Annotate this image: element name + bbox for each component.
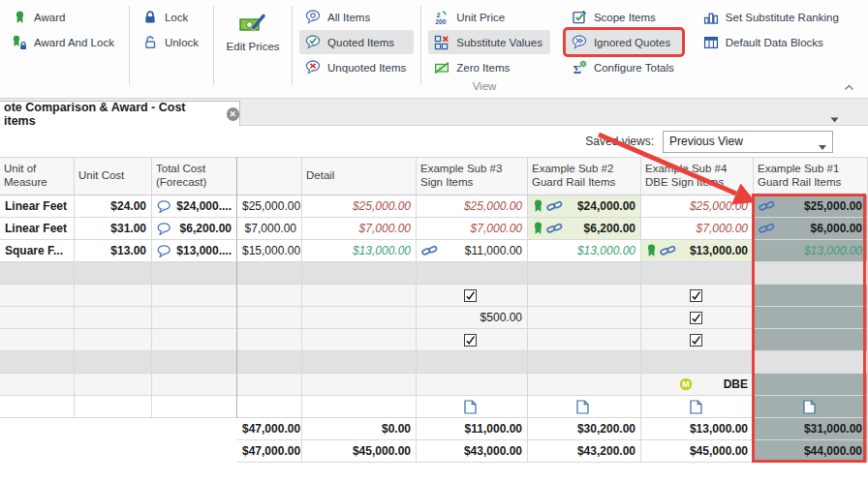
grid-cell-example-sub-1[interactable]: $31,000.00: [754, 418, 868, 440]
ribbon-item-quoted-items[interactable]: Quoted Items: [299, 30, 414, 54]
ribbon-item-label: Lock: [165, 12, 188, 23]
tab-close-icon[interactable]: ✕: [227, 107, 239, 121]
grid-cell-example-sub-3[interactable]: $500.00: [417, 307, 528, 329]
ribbon-item-label: Configure Totals: [594, 62, 674, 74]
grid-cell-example-sub-3[interactable]: $11,000.00: [417, 240, 528, 262]
grid-cell-example-sub-4[interactable]: [641, 329, 754, 351]
ribbon-item-unit-price[interactable]: 2200Unit Price: [428, 5, 550, 29]
column-header-total-cost-forecast[interactable]: Total Cost (Forecast): [152, 157, 237, 196]
grid-cell-example-sub-1[interactable]: [754, 396, 868, 418]
grid-cell-unit-cost[interactable]: $24.00: [75, 196, 152, 218]
grid-cell-example-sub-3[interactable]: $43,000.00: [417, 440, 528, 463]
grid-cell-example-sub-2[interactable]: $24,000.00: [528, 196, 641, 218]
ribbon-item-ignored-quotes[interactable]: Ignored Quotes: [566, 30, 682, 54]
ribbon-item-substitute-values[interactable]: Substitute Values: [428, 30, 550, 54]
grid-cell-unit-cost[interactable]: $31.00: [75, 218, 152, 240]
saved-views-dropdown[interactable]: Previous View: [663, 131, 833, 153]
grid-cell-example-sub-4[interactable]: MDBE: [641, 374, 754, 396]
tab-list-dropdown-icon[interactable]: [830, 109, 839, 127]
grid-cell-example-sub-1[interactable]: [754, 374, 868, 396]
grid-cell-blank[interactable]: $25,000.00: [237, 196, 302, 218]
grid-cell-unit-of-measure[interactable]: Linear Feet: [0, 196, 75, 218]
grid-cell-example-sub-2: [528, 351, 641, 374]
grid-cell-example-sub-4[interactable]: $25,000.00: [641, 196, 754, 218]
ribbon-item-scope-items[interactable]: Scope Items: [566, 5, 682, 29]
ribbon-item-label: Unit Price: [456, 12, 505, 23]
grid-cell-total-cost-forecast[interactable]: $6,200.00: [152, 218, 237, 240]
ribbon-item-unlock[interactable]: Unlock: [137, 30, 206, 54]
grid-cell-example-sub-3[interactable]: [417, 285, 528, 307]
checkbox[interactable]: [464, 289, 477, 302]
column-header-example-sub-3[interactable]: Example Sub #3 Sign Items: [417, 157, 528, 196]
column-header-unit-of-measure[interactable]: Unit of Measure: [0, 157, 75, 196]
grid-row: [0, 285, 868, 307]
grid-header-row: Unit of MeasureUnit CostTotal Cost (Fore…: [0, 157, 868, 196]
column-header-blank[interactable]: [237, 157, 302, 196]
checkbox[interactable]: [464, 334, 477, 346]
grid-cell-blank[interactable]: $15,000.00: [237, 240, 302, 262]
tab-quote-comparison[interactable]: ote Comparison & Award - Cost items ✕: [0, 101, 240, 126]
grid-cell-example-sub-1[interactable]: [754, 285, 868, 307]
grid-cell-unit-of-measure[interactable]: Square F...: [0, 240, 75, 262]
checkbox[interactable]: [690, 334, 702, 346]
ribbon-item-default-data-blocks[interactable]: Default Data Blocks: [698, 30, 847, 54]
column-header-detail[interactable]: Detail: [302, 157, 417, 196]
column-header-example-sub-1[interactable]: Example Sub #1 Guard Rail Items: [754, 157, 868, 196]
grid-cell-example-sub-4[interactable]: $13,000.00: [641, 418, 754, 440]
grid-cell-unit-cost[interactable]: $13.00: [75, 240, 152, 262]
grid-cell-example-sub-1[interactable]: $44,000.00: [754, 440, 868, 463]
grid-cell-example-sub-2[interactable]: [528, 396, 641, 418]
grid-cell-example-sub-1[interactable]: $6,000.00: [754, 218, 868, 240]
grid-cell-detail[interactable]: $0.00: [302, 418, 417, 440]
grid-cell-example-sub-3[interactable]: $11,000.00: [417, 418, 528, 440]
column-header-unit-cost[interactable]: Unit Cost: [75, 157, 152, 196]
grid-cell-blank[interactable]: $7,000.00: [237, 218, 302, 240]
ribbon-group-misc: Set Substitute RankingDefault Data Block…: [698, 4, 847, 54]
ribbon-item-lock[interactable]: Lock: [137, 5, 206, 29]
ribbon-item-award[interactable]: Award: [6, 5, 122, 29]
checkbox[interactable]: [690, 289, 702, 302]
column-header-example-sub-2[interactable]: Example Sub #2 Guard Rail Items: [528, 157, 641, 196]
grid-cell-example-sub-1[interactable]: $25,000.00: [754, 196, 868, 218]
ribbon-item-unquoted-items[interactable]: Unquoted Items: [299, 55, 414, 79]
grid-cell-total-cost-forecast[interactable]: $13,000....: [152, 240, 237, 262]
grid-cell-detail[interactable]: $13,000.00: [302, 240, 417, 262]
grid-cell-example-sub-4[interactable]: $7,000.00: [641, 218, 754, 240]
grid-cell-example-sub-2[interactable]: $6,200.00: [528, 218, 641, 240]
grid-cell-unit-of-measure[interactable]: Linear Feet: [0, 218, 75, 240]
ribbon-item-zero-items[interactable]: Zero Items: [428, 55, 550, 79]
ribbon-item-label: Unquoted Items: [327, 62, 406, 74]
grid-cell-blank[interactable]: $47,000.00: [237, 440, 302, 463]
quoted-items-icon: [304, 35, 322, 49]
grid-cell-example-sub-4[interactable]: $45,000.00: [641, 440, 754, 463]
grid-cell-example-sub-4[interactable]: [641, 307, 754, 329]
grid-cell-detail[interactable]: $45,000.00: [302, 440, 417, 463]
grid-cell-example-sub-3[interactable]: $7,000.00: [417, 218, 528, 240]
ribbon-item-award-and-lock[interactable]: Award And Lock: [6, 30, 122, 54]
grid-cell-example-sub-3[interactable]: [417, 329, 528, 351]
grid-cell-example-sub-4[interactable]: [641, 285, 754, 307]
grid-cell-example-sub-4[interactable]: [641, 396, 754, 418]
grid-cell-example-sub-1[interactable]: [754, 329, 868, 351]
grid-cell-example-sub-2[interactable]: $43,200.00: [528, 440, 641, 463]
grid-cell-example-sub-1[interactable]: $13,000.00: [754, 240, 868, 262]
grid-cell-total-cost-forecast[interactable]: $24,000....: [152, 196, 237, 218]
grid-cell-example-sub-2[interactable]: $30,200.00: [528, 418, 641, 440]
ribbon-item-configure-totals[interactable]: ΣConfigure Totals: [566, 55, 682, 79]
grid-cell-detail[interactable]: $7,000.00: [302, 218, 417, 240]
grid-cell-blank[interactable]: $47,000.00: [237, 418, 302, 440]
grid-cell-example-sub-1[interactable]: [754, 307, 868, 329]
grid-row: Linear Feet$31.00$6,200.00$7,000.00$7,00…: [0, 218, 868, 240]
grid-cell-example-sub-3[interactable]: $25,000.00: [417, 196, 528, 218]
grid-cell-example-sub-4[interactable]: $13,000.00: [641, 240, 754, 262]
grid-cell-example-sub-3[interactable]: [417, 396, 528, 418]
ribbon-item-edit-prices[interactable]: Edit Prices: [221, 4, 285, 52]
checkbox[interactable]: [690, 312, 702, 324]
ribbon-item-all-items[interactable]: All Items: [299, 5, 414, 29]
grid-cell-example-sub-2[interactable]: $13,000.00: [528, 240, 641, 262]
collapse-ribbon-icon[interactable]: [844, 77, 854, 95]
column-header-example-sub-4[interactable]: Example Sub #4 DBE Sign Items: [641, 157, 754, 196]
ribbon-item-set-substitute-ranking[interactable]: Set Substitute Ranking: [698, 5, 847, 29]
grid-separator-row: [0, 262, 868, 285]
grid-cell-detail[interactable]: $25,000.00: [302, 196, 417, 218]
